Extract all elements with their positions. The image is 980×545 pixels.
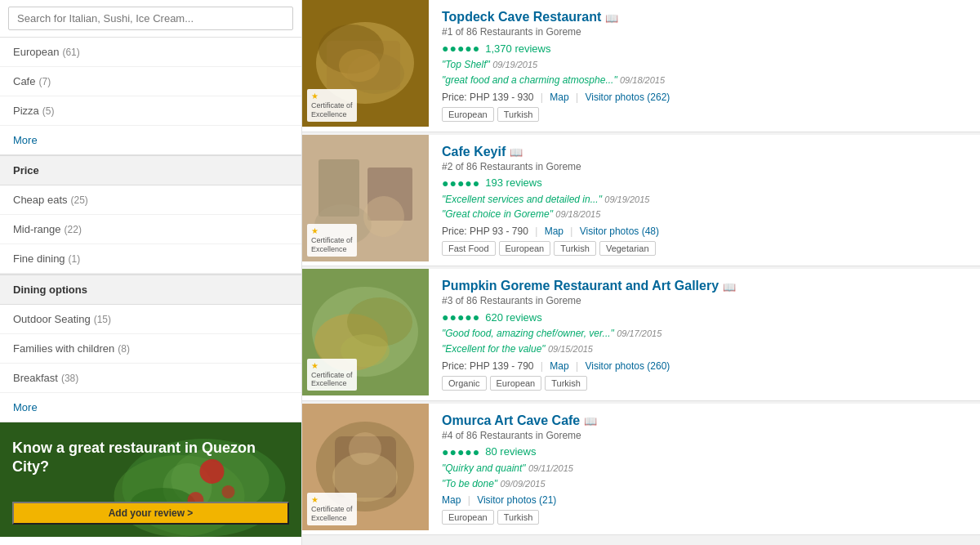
certificate-badge-4: ★ Certificate of Excellence: [307, 493, 357, 525]
price-section-header: Price: [0, 155, 301, 185]
stars-2: ●●●●●: [442, 176, 480, 190]
map-link-2[interactable]: Map: [545, 226, 564, 237]
dining-more-link[interactable]: More: [0, 393, 301, 422]
add-review-button[interactable]: Add your review >: [12, 502, 289, 525]
filter-european[interactable]: European (61): [0, 38, 301, 67]
restaurant-rank-3: #3 of 86 Restaurants in Goreme: [442, 295, 967, 306]
price-row-3: Price: PHP 139 - 790 | Map | Visitor pho…: [442, 360, 967, 372]
filter-cafe[interactable]: Cafe (7): [0, 67, 301, 96]
price-row-2: Price: PHP 93 - 790 | Map | Visitor phot…: [442, 226, 967, 237]
certificate-badge-1: ★ Certificate of Excellence: [307, 89, 357, 122]
review-quote-4a: "Quirky and quaint" 09/11/2015: [442, 462, 967, 476]
search-input[interactable]: [8, 7, 293, 30]
cuisines-row-4: European Turkish: [442, 510, 967, 525]
filter-breakfast[interactable]: Breakfast (38): [0, 364, 301, 393]
book-icon-1: 📖: [605, 12, 618, 25]
restaurant-name-1[interactable]: Topdeck Cave Restaurant: [442, 10, 601, 25]
svg-rect-14: [327, 41, 400, 90]
review-count-2: 193 reviews: [485, 176, 541, 189]
stars-row-2: ●●●●● 193 reviews: [442, 176, 967, 190]
main-content: ★ Certificate of Excellence Topdeck Cave…: [302, 0, 980, 545]
filter-outdoor-seating[interactable]: Outdoor Seating (15): [0, 305, 301, 334]
book-icon-2: 📖: [510, 146, 523, 159]
restaurant-name-4[interactable]: Omurca Art Cave Cafe: [442, 413, 580, 428]
cuisines-row-2: Fast Food European Turkish Vegetarian: [442, 241, 967, 256]
restaurant-card-4: ★ Certificate of Excellence Omurca Art C…: [302, 404, 980, 536]
svg-point-29: [349, 432, 381, 465]
photos-link-2[interactable]: Visitor photos (48): [580, 226, 659, 237]
cuisine-tag-european-3[interactable]: European: [490, 376, 542, 391]
dining-section: Dining options Outdoor Seating (15) Fami…: [0, 275, 301, 422]
filter-families[interactable]: Families with children (8): [0, 334, 301, 364]
cuisines-row-3: Organic European Turkish: [442, 376, 967, 391]
restaurant-info-1: Topdeck Cave Restaurant 📖 #1 of 86 Resta…: [429, 0, 980, 132]
price-row-1: Price: PHP 139 - 930 | Map | Visitor pho…: [442, 92, 967, 103]
stars-row-4: ●●●●● 80 reviews: [442, 445, 967, 458]
review-count-4: 80 reviews: [485, 445, 536, 458]
stars-row-1: ●●●●● 1,370 reviews: [442, 42, 967, 55]
photos-link-1[interactable]: Visitor photos (262): [585, 92, 670, 103]
cuisine-filter-section: European (61) Cafe (7) Pizza (5) More: [0, 38, 301, 155]
cuisine-tag-organic-3[interactable]: Organic: [442, 376, 487, 391]
restaurant-rank-2: #2 of 86 Restaurants in Goreme: [442, 161, 967, 172]
cuisine-tag-european-2[interactable]: European: [499, 241, 551, 256]
filter-mid-range[interactable]: Mid-range (22): [0, 215, 301, 244]
restaurant-rank-4: #4 of 86 Restaurants in Goreme: [442, 430, 967, 441]
tripadvisor-logo: ◎ tripadvisor: [0, 537, 301, 545]
stars-1: ●●●●●: [442, 42, 480, 55]
restaurant-image-1: ★ Certificate of Excellence: [302, 0, 429, 127]
restaurant-card-1: ★ Certificate of Excellence Topdeck Cave…: [302, 0, 980, 132]
map-link-1[interactable]: Map: [550, 92, 568, 103]
book-icon-3: 📖: [723, 281, 736, 293]
svg-point-19: [363, 196, 404, 237]
cuisine-tag-turkish-4[interactable]: Turkish: [497, 510, 540, 525]
dining-section-header: Dining options: [0, 275, 301, 305]
photos-link-3[interactable]: Visitor photos (260): [585, 360, 670, 372]
ad-banner: Know a great restaurant in Quezon City? …: [0, 422, 301, 537]
search-bar: [0, 0, 301, 38]
restaurant-rank-1: #1 of 86 Restaurants in Goreme: [442, 26, 967, 38]
price-row-4: Map | Visitor photos (21): [442, 494, 967, 506]
restaurant-card-2: ★ Certificate of Excellence Cafe Keyif 📖…: [302, 135, 980, 267]
review-quote-1b: "great food and a charming atmosphe..." …: [442, 74, 967, 87]
review-quote-2b: "Great choice in Goreme" 09/18/2015: [442, 208, 967, 221]
cuisine-tag-turkish-3[interactable]: Turkish: [545, 376, 587, 391]
review-count-3: 620 reviews: [485, 311, 541, 324]
review-quote-2a: "Excellent services and detailed in..." …: [442, 193, 967, 207]
dining-filter-section: Outdoor Seating (15) Families with child…: [0, 305, 301, 422]
restaurant-info-4: Omurca Art Cave Cafe 📖 #4 of 86 Restaura…: [429, 404, 980, 535]
photos-link-4[interactable]: Visitor photos (21): [477, 494, 556, 506]
map-link-3[interactable]: Map: [550, 360, 568, 372]
certificate-badge-3: ★ Certificate of Excellence: [307, 359, 357, 391]
certificate-badge-2: ★ Certificate of Excellence: [307, 224, 357, 257]
restaurant-name-3[interactable]: Pumpkin Goreme Restaurant and Art Galler…: [442, 279, 719, 293]
cuisine-tag-fastfood-2[interactable]: Fast Food: [442, 241, 496, 256]
restaurant-info-3: Pumpkin Goreme Restaurant and Art Galler…: [429, 269, 980, 400]
price-section: Price Cheap eats (25) Mid-range (22) Fin…: [0, 155, 301, 275]
filter-cheap-eats[interactable]: Cheap eats (25): [0, 185, 301, 215]
restaurant-image-4: ★ Certificate of Excellence: [302, 404, 429, 530]
cuisine-tag-european-1[interactable]: European: [442, 107, 494, 122]
stars-row-3: ●●●●● 620 reviews: [442, 310, 967, 324]
cuisine-tag-european-4[interactable]: European: [442, 510, 494, 525]
cuisine-tag-vegetarian-2[interactable]: Vegetarian: [599, 241, 656, 256]
filter-pizza[interactable]: Pizza (5): [0, 96, 301, 126]
cuisine-tag-turkish-1[interactable]: Turkish: [497, 107, 540, 122]
review-quote-3b: "Excellent for the value" 09/15/2015: [442, 342, 967, 356]
price-filter-section: Cheap eats (25) Mid-range (22) Fine dini…: [0, 185, 301, 275]
filter-fine-dining[interactable]: Fine dining (1): [0, 244, 301, 274]
cuisine-more-link[interactable]: More: [0, 126, 301, 154]
map-link-4[interactable]: Map: [442, 494, 461, 506]
stars-3: ●●●●●: [442, 310, 480, 324]
sidebar: European (61) Cafe (7) Pizza (5) More Pr…: [0, 0, 302, 545]
cuisine-tag-turkish-2[interactable]: Turkish: [554, 241, 596, 256]
restaurant-image-2: ★ Certificate of Excellence: [302, 135, 429, 261]
stars-4: ●●●●●: [442, 445, 480, 458]
ad-banner-text: Know a great restaurant in Quezon City?: [0, 422, 301, 481]
review-count-1: 1,370 reviews: [485, 42, 550, 55]
restaurant-image-3: ★ Certificate of Excellence: [302, 269, 429, 395]
restaurant-info-2: Cafe Keyif 📖 #2 of 86 Restaurants in Gor…: [429, 135, 980, 266]
cuisines-row-1: European Turkish: [442, 107, 967, 122]
ad-banner-overlay: Know a great restaurant in Quezon City? …: [0, 422, 301, 537]
restaurant-name-2[interactable]: Cafe Keyif: [442, 145, 506, 159]
